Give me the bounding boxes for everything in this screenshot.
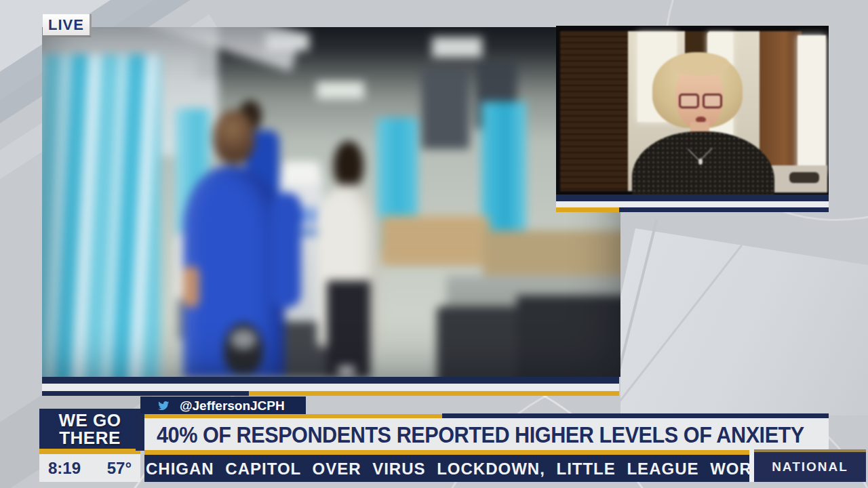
live-badge-label: LIVE [48, 16, 84, 34]
headline-left-navy-border [136, 413, 144, 451]
main-video-white-bar [42, 384, 619, 391]
ticker-gold-top-border [144, 450, 749, 455]
station-logo: WE GO THERE [39, 409, 140, 449]
inset-thin-navy-bar [619, 207, 829, 212]
speaker-hair-fringe [670, 53, 730, 76]
twitter-bird-icon [157, 400, 170, 411]
twitter-handle: @JeffersonJCPH [180, 399, 285, 413]
headline-bar: 40% OF RESPONDENTS REPORTED HIGHER LEVEL… [144, 418, 829, 451]
live-badge: LIVE [43, 14, 92, 37]
inset-navy-bar [556, 195, 829, 201]
twitter-handle-badge: @JeffersonJCPH [140, 396, 306, 415]
bright-window-far-right [797, 35, 826, 174]
main-video-navy-bar [42, 377, 619, 384]
background-paper-fold [620, 212, 868, 415]
news-ticker: CHIGAN CAPITOL OVER VIRUS LOCKDOWN, LITT… [144, 455, 749, 482]
webcam-scene [556, 26, 829, 195]
ticker-text: CHIGAN CAPITOL OVER VIRUS LOCKDOWN, LITT… [146, 455, 749, 482]
main-video-thin-gold-bar [249, 391, 619, 396]
inset-white-bar [556, 201, 829, 207]
main-video-hospital-scene [42, 27, 620, 377]
glasses-lens [679, 94, 699, 108]
station-logo-line1: WE GO [39, 411, 140, 429]
glasses-lens [703, 94, 723, 108]
station-gold-bar [39, 449, 140, 454]
inset-webcam-video [556, 26, 829, 195]
headline-top-navy-border [442, 413, 829, 418]
wooden-door-left [560, 31, 631, 191]
speaker-pendant [698, 159, 703, 165]
broadcast-frame: LIVE WE GO THERE 8:19 57° @JeffersonJCPH… [0, 0, 868, 488]
main-video-thin-navy-bar [42, 391, 249, 396]
ticker-category-label: NATIONAL [772, 460, 848, 474]
ticker-divider [749, 450, 754, 482]
station-info-bar: 8:19 57° [39, 454, 140, 482]
video-vignette [42, 27, 620, 377]
temperature: 57° [107, 459, 132, 478]
headline-text: 40% OF RESPONDENTS REPORTED HIGHER LEVEL… [157, 418, 804, 451]
inset-thin-gold-bar [556, 207, 619, 212]
station-logo-line2: THERE [39, 429, 140, 447]
shoes-on-floor [789, 172, 819, 183]
speaker-glasses [679, 94, 722, 108]
ticker-category-badge: NATIONAL [754, 449, 866, 482]
clock: 8:19 [48, 459, 81, 478]
